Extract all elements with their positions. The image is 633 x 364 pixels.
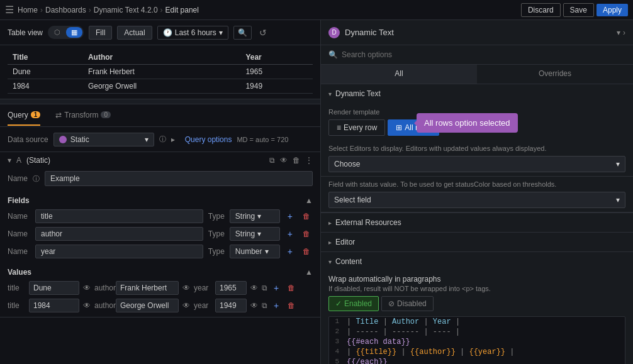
discard-button[interactable]: Discard xyxy=(521,3,561,17)
plugin-expand[interactable]: ▾ › xyxy=(617,28,625,37)
breadcrumb-panel[interactable]: Dynamic Text 4.2.0 xyxy=(94,6,158,14)
search-input[interactable] xyxy=(342,50,625,59)
dt-section-title: Dynamic Text xyxy=(335,89,381,98)
val-del-btn-2[interactable]: 🗑 xyxy=(285,300,298,311)
field-name-input-1[interactable] xyxy=(35,209,203,223)
menu-icon[interactable]: ☰ xyxy=(5,4,14,16)
fields-section: Fields ▲ Name Type String ▾ + 🗑 xyxy=(0,191,320,263)
external-resources-header[interactable]: ▸ External Resources xyxy=(321,213,633,232)
view-toggle[interactable]: ⬡ ▦ xyxy=(48,26,84,39)
field-add-btn-2[interactable]: + xyxy=(285,228,295,240)
er-arrow: ▸ xyxy=(328,219,332,226)
enabled-btn[interactable]: ✓ Enabled xyxy=(328,296,379,311)
val-add-btn-1[interactable]: + xyxy=(271,282,281,294)
ds-icon xyxy=(59,136,67,143)
type-chevron-2: ▾ xyxy=(257,229,261,238)
all-rows-tooltip: All rows option selected xyxy=(417,113,518,133)
cell-author-1: Frank Herbert xyxy=(83,65,241,79)
val-input-1c[interactable] xyxy=(215,281,247,295)
breadcrumb-home[interactable]: Home xyxy=(18,6,38,14)
val-del-btn-1[interactable]: 🗑 xyxy=(285,282,298,294)
tab-overrides[interactable]: Overrides xyxy=(477,65,633,84)
disabled-icon: ⊘ xyxy=(388,299,395,308)
code-editor[interactable]: 1 | Title | Author | Year | 2 | ----- | … xyxy=(328,316,625,364)
toggle-table[interactable]: ▦ xyxy=(66,27,82,38)
editor-section-header[interactable]: ▸ Editor xyxy=(321,233,633,251)
val-eye-2a[interactable]: 👁 xyxy=(83,301,91,310)
val-add-btn-2[interactable]: + xyxy=(271,299,281,312)
values-collapse-icon[interactable]: ▲ xyxy=(305,268,313,277)
val-eye-2c[interactable]: 👁 xyxy=(250,301,258,310)
code-line-1: 1 | Title | Author | Year | xyxy=(329,317,625,327)
wrap-sublabel: If disabled, result will NOT be wrapped … xyxy=(328,285,625,292)
time-range-button[interactable]: 🕐 Last 6 hours ▾ xyxy=(157,26,228,40)
field-del-btn-3[interactable]: 🗑 xyxy=(300,246,313,257)
field-del-btn-1[interactable]: 🗑 xyxy=(300,211,313,222)
name-info-icon[interactable]: ⓘ xyxy=(33,174,40,184)
type-select-2[interactable]: String ▾ xyxy=(230,227,280,241)
transform-icon: ⇄ xyxy=(55,111,62,119)
val-eye-1b[interactable]: 👁 xyxy=(182,284,190,292)
type-select-3[interactable]: Number ▾ xyxy=(230,245,280,258)
disabled-btn[interactable]: ⊘ Disabled xyxy=(381,296,434,311)
section-toggle-a[interactable]: ▾ xyxy=(8,156,11,165)
name-input[interactable] xyxy=(45,171,313,186)
val-input-2b[interactable] xyxy=(116,299,179,312)
tab-all[interactable]: All xyxy=(321,65,477,84)
breadcrumb-sep2: › xyxy=(89,6,91,14)
val-eye-2b[interactable]: 👁 xyxy=(182,301,190,310)
disabled-label: Disabled xyxy=(397,299,427,308)
dynamic-text-section-header[interactable]: ▾ Dynamic Text xyxy=(321,84,633,103)
main-layout: Table view ⬡ ▦ Fill Actual 🕐 Last 6 hour… xyxy=(0,20,633,364)
ds-separator: ▸ xyxy=(171,135,175,144)
render-template-section: Render template ≡ Every row ⊞ All rows xyxy=(321,103,633,141)
actual-button[interactable]: Actual xyxy=(117,26,152,40)
section-a-label: A xyxy=(16,156,21,165)
breadcrumb-dashboards[interactable]: Dashboards xyxy=(45,6,86,14)
toggle-graph[interactable]: ⬡ xyxy=(49,27,65,38)
field-status-dropdown[interactable]: Select field ▾ xyxy=(328,192,625,208)
field-add-btn-1[interactable]: + xyxy=(285,210,295,223)
field-name-input-3[interactable] xyxy=(35,245,203,258)
plugin-icon: D xyxy=(328,27,340,38)
query-options-link[interactable]: Query options xyxy=(185,135,232,144)
editors-dropdown[interactable]: Choose ▾ xyxy=(328,156,625,172)
val-input-1a[interactable] xyxy=(29,281,79,295)
section-more-btn[interactable]: ⋮ xyxy=(305,156,313,165)
val-eye-1c[interactable]: 👁 xyxy=(250,284,258,292)
values-header: Values ▲ xyxy=(8,265,313,279)
apply-button[interactable]: Apply xyxy=(597,4,628,16)
info-icon[interactable]: ⓘ xyxy=(159,135,166,144)
val-input-2a[interactable] xyxy=(29,299,79,312)
field-del-btn-2[interactable]: 🗑 xyxy=(300,228,313,240)
panel-tabs: All Overrides xyxy=(321,65,633,84)
datasource-select[interactable]: Static ▾ xyxy=(53,133,154,146)
val-input-1b[interactable] xyxy=(116,281,179,295)
line-content-5: {{/each}} xyxy=(347,358,625,364)
val-copy-1[interactable]: ⧉ xyxy=(262,284,267,292)
val-input-2c[interactable] xyxy=(215,299,247,312)
tab-query[interactable]: Query 1 xyxy=(8,106,40,126)
tab-transform[interactable]: ⇄ Transform 0 xyxy=(55,106,111,126)
breadcrumb-sep1: › xyxy=(40,6,43,14)
section-eye-btn[interactable]: 👁 xyxy=(280,156,288,165)
val-copy-2[interactable]: ⧉ xyxy=(262,301,267,310)
field-add-btn-3[interactable]: + xyxy=(285,245,295,258)
fill-button[interactable]: Fill xyxy=(89,26,112,40)
refresh-button[interactable]: ↺ xyxy=(257,26,269,40)
content-section-header[interactable]: ▾ Content xyxy=(321,252,633,271)
section-copy-btn[interactable]: ⧉ xyxy=(269,156,275,165)
every-row-btn[interactable]: ≡ Every row xyxy=(328,119,385,136)
save-button[interactable]: Save xyxy=(563,3,594,17)
zoom-button[interactable]: 🔍 xyxy=(233,26,252,40)
val-eye-1a[interactable]: 👁 xyxy=(83,284,91,292)
line-num-1: 1 xyxy=(329,317,342,326)
section-trash-btn[interactable]: 🗑 xyxy=(293,156,300,165)
fields-collapse-icon[interactable]: ▲ xyxy=(305,196,313,205)
editor-arrow: ▸ xyxy=(328,239,332,246)
field-name-input-2[interactable] xyxy=(35,227,203,241)
type-select-1[interactable]: String ▾ xyxy=(230,209,280,223)
field-row-2: Name Type String ▾ + 🗑 xyxy=(8,225,313,243)
values-section: Values ▲ title 👁 author 👁 year 👁 ⧉ xyxy=(0,263,320,317)
query-tabs: Query 1 ⇄ Transform 0 xyxy=(0,104,320,127)
